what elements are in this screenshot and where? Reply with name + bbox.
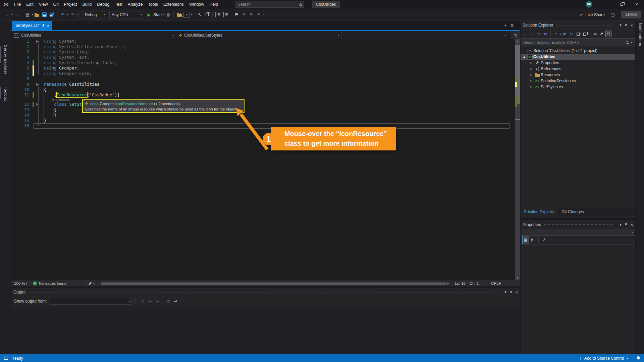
add-to-source-control-button[interactable]: Add to Source Control	[584, 356, 624, 361]
switch-views-icon[interactable]: ⋈	[542, 31, 548, 37]
find-message-icon[interactable]: ↥	[139, 297, 146, 305]
save-all-icon[interactable]	[48, 11, 55, 19]
chevron-down-icon[interactable]: ▾	[67, 13, 68, 16]
chevron-down-icon[interactable]: ▼	[504, 290, 507, 294]
nest-files-icon[interactable]	[575, 31, 581, 37]
new-project-icon[interactable]: ▤	[24, 11, 31, 19]
expand-arrow-icon[interactable]: ▷	[529, 61, 534, 64]
comment-lines-icon[interactable]: ≣	[215, 11, 221, 19]
next-message-icon[interactable]: ⇥	[154, 297, 161, 305]
collapse-region-icon[interactable]: –	[36, 103, 39, 106]
pending-changes-filter-icon[interactable]: ◔	[553, 31, 559, 37]
tree-item-properties[interactable]: ▷Properties	[521, 60, 635, 66]
menu-window[interactable]: Window	[186, 0, 207, 9]
property-pages-icon[interactable]	[541, 236, 547, 244]
line-ending-indicator[interactable]: CRLF	[491, 281, 501, 285]
collapse-all-icon[interactable]: ⊟	[605, 31, 611, 37]
live-share-icon[interactable]: ↗	[578, 11, 585, 19]
undo-icon[interactable]: ↶	[59, 11, 66, 19]
pin-icon[interactable]	[42, 24, 45, 28]
expand-arrow-icon[interactable]: ▷	[529, 67, 534, 71]
tree-item-setstyles-cs[interactable]: ▷C#SetStyles.cs	[521, 84, 635, 90]
menu-build[interactable]: Build	[79, 0, 94, 9]
menu-test[interactable]: Test	[112, 0, 125, 9]
tree-item-references[interactable]: ▷References	[521, 66, 635, 72]
collapse-region-icon[interactable]: –	[36, 40, 39, 43]
scrollbar-thumb[interactable]	[101, 282, 446, 285]
menu-tools[interactable]: Tools	[146, 0, 161, 9]
scroll-right-icon[interactable]: ▶	[447, 282, 449, 285]
tab-git-changes[interactable]: Git Changes	[558, 208, 587, 216]
horizontal-scrollbar[interactable]	[101, 282, 446, 285]
scrollbar-thumb[interactable]	[515, 45, 520, 104]
code-line-5[interactable]: 5using System.Threading.Tasks;	[11, 60, 515, 65]
expand-arrow-icon[interactable]: ▷	[529, 86, 534, 89]
tree-item-cssutilities[interactable]: ◢C#CssUtilities	[521, 54, 635, 60]
home-box-icon[interactable]: ⌂	[183, 11, 190, 19]
view-code-icon[interactable]: <>	[592, 31, 598, 37]
chevron-down-icon[interactable]: ▼	[504, 24, 507, 27]
previous-bookmark-icon[interactable]: ⚑	[240, 11, 247, 19]
menu-git[interactable]: Git	[51, 0, 61, 9]
chevron-down-icon[interactable]: ▾	[32, 13, 33, 16]
tree-item-scriptingsession-cs[interactable]: ▷C#ScriptingSession.cs	[521, 78, 635, 84]
find-in-files-icon[interactable]	[176, 11, 182, 19]
code-line-8[interactable]: 8	[11, 76, 515, 82]
code-line-11[interactable]: 11 [IconResource("CssBadge")]	[11, 92, 515, 98]
issues-status[interactable]: No issues found	[39, 281, 66, 285]
output-content[interactable]	[11, 307, 520, 355]
search-icon[interactable]	[299, 3, 302, 6]
properties-object-dropdown[interactable]: ▾	[521, 229, 635, 236]
pin-icon[interactable]	[625, 24, 628, 27]
line-indicator[interactable]: Ln: 16	[455, 281, 466, 285]
chevron-down-icon[interactable]: ▾	[11, 13, 13, 16]
navigate-back-icon[interactable]: ←	[4, 11, 10, 19]
categorized-view-icon[interactable]: ▦	[522, 236, 529, 244]
ink-annotation-icon[interactable]	[89, 282, 92, 285]
breadcrumb-project-dropdown[interactable]: C# CssUtilities ▾	[11, 31, 176, 39]
start-debug-icon[interactable]: ▶	[146, 11, 152, 19]
menu-file[interactable]: File	[11, 0, 23, 9]
tab-setstyles[interactable]: SetStyles.cs* ×	[12, 21, 52, 30]
clear-bookmarks-icon[interactable]: ⚑	[255, 11, 262, 19]
feedback-icon[interactable]	[609, 11, 616, 19]
solution-search-input[interactable]: Search Solution Explorer (Ctrl+;) ▾	[521, 38, 635, 46]
platform-dropdown[interactable]: Any CPU▾	[109, 11, 144, 18]
document-outline-icon[interactable]	[204, 11, 210, 19]
chevron-down-icon[interactable]: ▾	[631, 41, 632, 44]
properties-wrench-icon[interactable]	[599, 31, 605, 37]
close-panel-icon[interactable]: ×	[630, 222, 633, 227]
menu-help[interactable]: Help	[207, 0, 221, 9]
word-wrap-icon[interactable]: ↵	[172, 297, 179, 305]
tree-item-solution-cssutilities-1-of-1-project[interactable]: ∞Solution 'CssUtilities' (1 of 1 project…	[521, 48, 635, 54]
previous-message-icon[interactable]: ⇤	[147, 297, 153, 305]
uncomment-lines-icon[interactable]: ≣	[222, 11, 229, 19]
close-panel-icon[interactable]: ×	[515, 290, 518, 295]
column-indicator[interactable]: Ch: 1	[470, 281, 479, 285]
edit-selection-icon[interactable]: ↖	[196, 11, 203, 19]
tab-solution-explorer[interactable]: Solution Explorer	[521, 208, 558, 216]
menu-debug[interactable]: Debug	[94, 0, 112, 9]
code-line-6[interactable]: 6using Grooper;	[11, 65, 515, 71]
bookmark-icon[interactable]: ⚑	[233, 11, 240, 19]
save-icon[interactable]	[41, 11, 48, 19]
chevron-up-icon[interactable]: ▴	[627, 357, 628, 360]
forward-icon[interactable]: →	[529, 31, 535, 37]
gear-icon[interactable]: ⚙	[510, 23, 514, 28]
user-avatar[interactable]: RK	[586, 1, 592, 8]
code-line-3[interactable]: 3using System.Linq;	[11, 49, 515, 55]
background-tasks-icon[interactable]	[4, 357, 8, 360]
refresh-icon[interactable]: ⇄	[561, 31, 568, 37]
minimize-button[interactable]: —	[599, 0, 614, 9]
code-line-10[interactable]: 10{	[11, 87, 515, 92]
show-all-files-icon[interactable]	[582, 31, 588, 37]
debug-target-dropdown[interactable]: Debug▾	[83, 11, 107, 18]
collapse-region-icon[interactable]: –	[36, 83, 39, 86]
next-bookmark-icon[interactable]: ⚑	[248, 11, 255, 19]
expand-arrow-icon[interactable]: ◢	[521, 55, 527, 58]
scroll-down-icon[interactable]: ▼	[515, 277, 520, 280]
redo-icon[interactable]: ↷	[69, 11, 75, 19]
start-button[interactable]: Start	[153, 12, 162, 17]
sync-icon[interactable]: ↻	[568, 31, 574, 37]
home-icon[interactable]: ⌂	[536, 31, 542, 37]
